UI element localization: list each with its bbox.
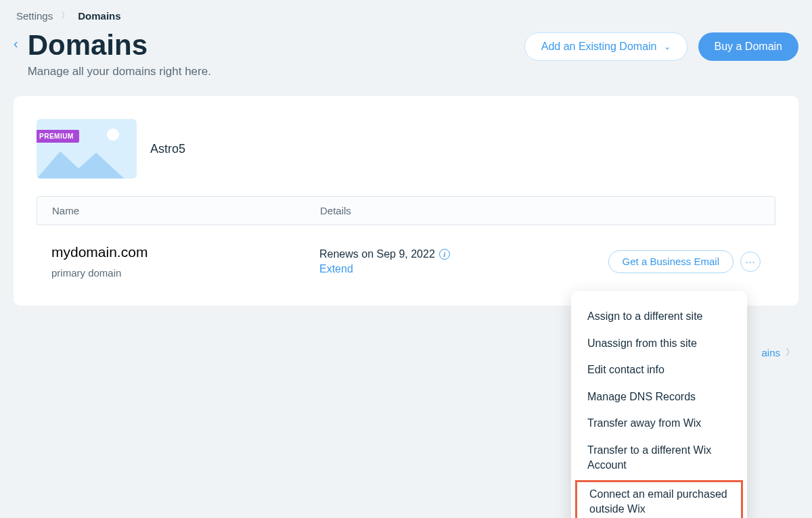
footer-domains-link[interactable]: ains 〉 bbox=[761, 346, 794, 358]
menu-transfer-account[interactable]: Transfer to a different Wix Account bbox=[571, 437, 747, 478]
menu-transfer-away[interactable]: Transfer away from Wix bbox=[571, 410, 747, 437]
add-existing-domain-label: Add an Existing Domain bbox=[541, 41, 657, 53]
domains-table: Name Details mydomain.com primary domain… bbox=[14, 196, 798, 289]
table-header: Name Details bbox=[37, 196, 775, 225]
page-title: Domains bbox=[28, 30, 211, 61]
more-actions-button[interactable]: ··· bbox=[740, 252, 761, 272]
site-header: PREMIUM Astro5 bbox=[14, 119, 798, 196]
footer-link-text: ains bbox=[761, 347, 780, 358]
domain-subtext: primary domain bbox=[51, 267, 319, 279]
column-name: Name bbox=[52, 205, 320, 216]
buy-domain-button[interactable]: Buy a Domain bbox=[698, 32, 799, 61]
menu-edit-contact[interactable]: Edit contact info bbox=[571, 356, 747, 383]
site-thumbnail: PREMIUM bbox=[37, 119, 137, 179]
chevron-down-icon: ⌄ bbox=[664, 42, 671, 51]
site-name: Astro5 bbox=[150, 142, 185, 156]
more-actions-menu: Assign to a different site Unassign from… bbox=[571, 291, 747, 518]
chevron-right-icon: 〉 bbox=[61, 9, 70, 22]
domain-name: mydomain.com bbox=[51, 244, 319, 260]
back-arrow-icon[interactable]: ‹ bbox=[14, 30, 18, 50]
add-existing-domain-button[interactable]: Add an Existing Domain ⌄ bbox=[524, 32, 687, 61]
sun-icon bbox=[107, 128, 119, 141]
info-icon[interactable]: i bbox=[439, 249, 450, 260]
column-details: Details bbox=[320, 205, 760, 216]
table-row: mydomain.com primary domain Renews on Se… bbox=[37, 225, 775, 289]
breadcrumb: Settings 〉 Domains bbox=[14, 9, 798, 22]
menu-assign-site[interactable]: Assign to a different site bbox=[571, 303, 747, 330]
menu-manage-dns[interactable]: Manage DNS Records bbox=[571, 383, 747, 410]
premium-badge: PREMIUM bbox=[37, 130, 79, 143]
extend-link[interactable]: Extend bbox=[319, 263, 608, 275]
page-header: ‹ Domains Manage all your domains right … bbox=[14, 30, 798, 78]
mountains-icon bbox=[37, 146, 137, 179]
renewal-text: Renews on Sep 9, 2022 bbox=[319, 248, 435, 260]
menu-connect-external-email[interactable]: Connect an email purchased outside Wix bbox=[575, 480, 743, 518]
menu-unassign-site[interactable]: Unassign from this site bbox=[571, 330, 747, 357]
page-subtitle: Manage all your domains right here. bbox=[28, 65, 211, 78]
chevron-right-icon: 〉 bbox=[786, 346, 794, 358]
breadcrumb-parent[interactable]: Settings bbox=[16, 10, 53, 22]
get-business-email-button[interactable]: Get a Business Email bbox=[608, 250, 734, 273]
breadcrumb-current: Domains bbox=[78, 10, 120, 22]
ellipsis-icon: ··· bbox=[746, 256, 756, 267]
domains-card: PREMIUM Astro5 Name Details mydomain.com… bbox=[14, 96, 798, 306]
